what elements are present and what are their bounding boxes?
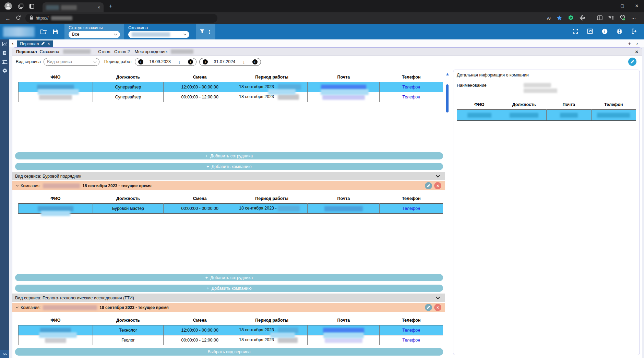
collections-icon[interactable] <box>608 15 614 21</box>
chevron-down-icon[interactable] <box>16 184 19 187</box>
add-employee-button[interactable]: + Добавить сотрудника <box>15 274 443 281</box>
chart-icon[interactable] <box>2 42 7 47</box>
tab-close-icon[interactable]: × <box>47 41 50 46</box>
phone-link[interactable]: Телефон <box>402 338 420 343</box>
redacted-email <box>321 89 369 95</box>
service-section-drilling[interactable]: Вид сервиса: Буровой подрядчик <box>12 172 445 180</box>
well-status-select[interactable]: Все <box>69 31 120 38</box>
company-delete-button[interactable]: × <box>434 182 441 189</box>
table-row[interactable]: Буровой мастер 00:00:00 - 00:00:00 18 се… <box>19 204 443 214</box>
table-row[interactable]: Супервайзер 00:00:00 - 12:00:00 18 сентя… <box>19 92 443 102</box>
new-tab-icon[interactable]: + <box>109 3 112 10</box>
screenshot-icon[interactable] <box>587 28 593 35</box>
table-row[interactable]: Технолог 12:00:00 - 00:00:00 18 сентября… <box>19 325 443 335</box>
sidebar-expand-button[interactable]: >> <box>0 350 9 358</box>
window-minimize-icon[interactable]: — <box>601 0 615 12</box>
redacted-company-name-value <box>524 83 557 93</box>
add-tab-icon[interactable]: + <box>628 41 631 46</box>
info-icon[interactable] <box>602 28 608 35</box>
company-edit-button[interactable] <box>425 182 432 189</box>
add-employee-button[interactable]: + Добавить сотрудника <box>15 152 443 159</box>
tab-actions-icon[interactable] <box>18 3 24 9</box>
phone-link[interactable]: Телефон <box>402 95 420 99</box>
window-close-icon[interactable]: ✕ <box>630 0 644 12</box>
date-from-picker[interactable]: ‹ 18.09.2023 ↓ › <box>135 58 196 66</box>
edit-button[interactable] <box>628 58 636 66</box>
redacted-url <box>51 16 72 20</box>
select-service-button[interactable]: Выбрать вид сервиса <box>15 348 443 356</box>
tabs-scroll-right-icon[interactable]: › <box>636 41 638 46</box>
chevron-down-icon[interactable] <box>436 174 440 177</box>
dropdown-arrow-icon[interactable]: ↓ <box>178 59 181 64</box>
add-company-button[interactable]: + Добавить компанию <box>15 163 443 170</box>
browser-essentials-icon[interactable] <box>620 15 625 22</box>
tab-personnel[interactable]: Персонал × <box>17 40 53 47</box>
tabs-scroll-left-icon[interactable]: ‹ <box>12 41 13 46</box>
date-to-picker[interactable]: ‹ 31.07.2024 ↓ › <box>199 58 261 66</box>
col-shift: Смена <box>164 194 236 204</box>
divider <box>591 15 591 21</box>
prev-date-icon[interactable]: ‹ <box>138 59 143 64</box>
split-screen-icon[interactable] <box>597 15 603 21</box>
company-row-gti[interactable]: Компания: 18 сентября 2023 - текущее вре… <box>12 303 445 312</box>
favorite-star-icon[interactable] <box>557 15 562 22</box>
col-email: Почта <box>547 100 592 110</box>
back-icon[interactable]: ← <box>3 15 13 21</box>
prev-date-icon[interactable]: ‹ <box>203 59 208 64</box>
col-email: Почта <box>308 73 380 82</box>
tab-close-icon[interactable]: × <box>97 5 100 10</box>
bore-label: Ствол: <box>98 49 111 54</box>
browser-menu-icon[interactable]: ⋯ <box>631 16 636 21</box>
read-aloud-icon[interactable]: A⁾ <box>547 16 551 21</box>
gear-icon[interactable] <box>2 68 7 74</box>
logout-icon[interactable] <box>631 28 637 35</box>
scroll-up-icon[interactable] <box>446 73 449 75</box>
company-row-drilling[interactable]: Компания: 18 сентября 2023 - текущее вре… <box>12 181 445 190</box>
phone-link[interactable]: Телефон <box>402 85 420 90</box>
refresh-icon[interactable] <box>13 15 23 21</box>
company-name-label: Наименование <box>457 83 487 88</box>
redacted-tab-title <box>61 5 77 10</box>
service-type-select[interactable]: Вид сервиса <box>44 58 99 66</box>
dropdown-arrow-icon[interactable]: ↓ <box>243 59 245 64</box>
main-scrollbar[interactable] <box>445 68 450 358</box>
workspaces-icon[interactable] <box>29 4 34 9</box>
company-edit-button[interactable] <box>425 304 432 311</box>
scrollbar-thumb[interactable] <box>446 84 449 112</box>
filter-menu-button[interactable]: ⋮ <box>196 24 215 39</box>
service-section-gti[interactable]: Вид сервиса: Геолого-технологические исс… <box>12 294 445 302</box>
fullscreen-icon[interactable] <box>573 28 578 35</box>
next-date-icon[interactable]: › <box>188 59 193 64</box>
browser-profile-avatar[interactable] <box>4 2 12 10</box>
date-to-value: 31.07.2024 <box>214 59 236 64</box>
next-date-icon[interactable]: › <box>252 59 258 64</box>
url-field[interactable]: https:// <box>25 14 217 23</box>
extensions-icon[interactable] <box>580 15 585 22</box>
window-restore-icon[interactable]: ▢ <box>615 0 630 12</box>
pumpjack-icon[interactable] <box>2 59 8 65</box>
add-company-button[interactable]: + Добавить компанию <box>15 285 443 292</box>
chevron-down-icon[interactable] <box>436 295 440 299</box>
phone-link[interactable]: Телефон <box>402 206 420 211</box>
close-panel-icon[interactable]: × <box>635 49 638 55</box>
phone-link[interactable]: Телефон <box>402 328 420 333</box>
open-folder-icon[interactable] <box>40 24 47 39</box>
save-icon[interactable] <box>53 24 58 39</box>
col-email: Почта <box>308 194 380 204</box>
company-delete-button[interactable]: × <box>434 304 441 311</box>
chevron-down-icon[interactable] <box>16 306 19 308</box>
redacted-company-name <box>43 183 80 188</box>
info-bar: Персонал Скважина: Ствол: Ствол 2 Местор… <box>12 48 642 56</box>
browser-tab-active[interactable]: × <box>43 2 104 12</box>
document-search-icon[interactable] <box>2 50 7 56</box>
table-row[interactable]: Геолог 00:00:00 - 12:00:00 18 сентября 2… <box>19 335 443 345</box>
tab-edit-pencil-icon[interactable] <box>41 41 45 46</box>
table-row[interactable] <box>457 110 636 121</box>
adblock-shield-icon[interactable] <box>568 15 574 22</box>
well-label: Скважина: <box>40 49 61 54</box>
globe-icon[interactable] <box>617 28 622 35</box>
redacted-date <box>278 94 299 100</box>
well-select[interactable] <box>128 31 189 38</box>
personnel-table: ФИО Должность Смена Период работы Почта … <box>18 194 443 214</box>
table-row[interactable]: Супервайзер 12:00:00 - 00:00:00 18 сентя… <box>19 82 443 92</box>
